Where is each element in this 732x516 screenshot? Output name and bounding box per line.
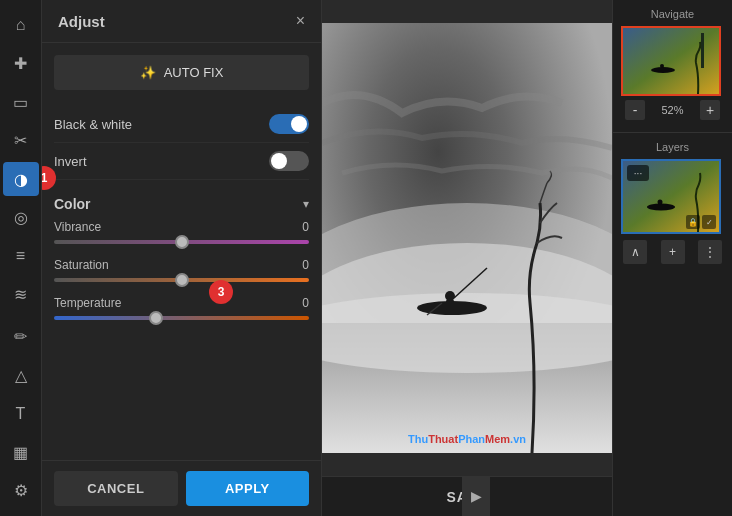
color-section-arrow: ▾ <box>303 197 309 211</box>
black-white-toggle[interactable] <box>269 114 309 134</box>
temperature-header: Temperature 0 <box>54 296 309 310</box>
invert-knob <box>271 153 287 169</box>
saturation-value: 0 <box>302 258 309 272</box>
svg-point-15 <box>658 200 663 205</box>
canvas-area: ThuThuatPhanMem.vn SAVE ▶ <box>322 0 612 516</box>
layer-delete-button[interactable]: ⋮ <box>698 240 722 264</box>
layer-up-button[interactable]: ∧ <box>623 240 647 264</box>
black-white-row: Black & white <box>54 106 309 143</box>
black-white-label: Black & white <box>54 117 132 132</box>
toolbar-grid[interactable]: ▦ <box>3 435 39 469</box>
temperature-value: 0 <box>302 296 309 310</box>
photo-container: ThuThuatPhanMem.vn <box>322 23 612 453</box>
layer-visible-icon: ✓ <box>702 215 716 229</box>
apply-button[interactable]: APPLY <box>186 471 310 506</box>
vibrance-header: Vibrance 0 <box>54 220 309 234</box>
svg-rect-10 <box>623 28 719 94</box>
svg-point-11 <box>651 67 675 73</box>
auto-fix-icon: ✨ <box>140 65 156 80</box>
layers-label: Layers <box>621 141 724 153</box>
toolbar-wave[interactable]: ≋ <box>3 277 39 311</box>
toolbar-add[interactable]: ✚ <box>3 46 39 80</box>
panel-title: Adjust <box>58 13 105 30</box>
watermark-vn: .vn <box>510 433 526 445</box>
toolbar-home[interactable]: ⌂ <box>3 8 39 42</box>
layer-thumbnail[interactable]: ··· 🔒 ✓ <box>621 159 721 234</box>
left-toolbar: ⌂ ✚ ▭ ✂ ◑ ◎ ≡ ≋ ✏ △ T ▦ ⚙ <box>0 0 42 516</box>
navigate-label: Navigate <box>621 8 724 20</box>
saturation-track[interactable] <box>54 278 309 282</box>
temperature-thumb[interactable] <box>149 311 163 325</box>
temperature-label: Temperature <box>54 296 121 310</box>
panel-header: Adjust × <box>42 0 321 43</box>
cancel-button[interactable]: CANCEL <box>54 471 178 506</box>
navigate-thumbnail <box>621 26 721 96</box>
saturation-header: Saturation 0 <box>54 258 309 272</box>
vibrance-thumb[interactable] <box>175 235 189 249</box>
toolbar-brush[interactable]: ✏ <box>3 320 39 354</box>
layers-section: Layers ··· <box>613 133 732 516</box>
navigate-section: Navigate <box>613 0 732 133</box>
photo-svg <box>322 23 612 453</box>
zoom-out-button[interactable]: - <box>625 100 645 120</box>
layer-menu-icon[interactable]: ··· <box>627 165 649 181</box>
saturation-thumb[interactable] <box>175 273 189 287</box>
panel-footer: CANCEL APPLY <box>42 460 321 516</box>
adjust-panel: Adjust × ✨ AUTO FIX 1 2 Black & whi <box>42 0 322 516</box>
vibrance-label: Vibrance <box>54 220 101 234</box>
toolbar-cut[interactable]: ✂ <box>3 123 39 157</box>
layer-add-button[interactable]: + <box>661 240 685 264</box>
invert-row: Invert <box>54 143 309 180</box>
color-section-header[interactable]: Color ▾ <box>54 196 309 212</box>
layer-lock-icon: 🔒 <box>686 215 700 229</box>
layer-controls: ∧ + ⋮ <box>621 234 724 270</box>
toolbar-text[interactable]: T <box>3 397 39 431</box>
panel-body: ✨ AUTO FIX 1 2 Black & white <box>42 43 321 460</box>
color-section-title: Color <box>54 196 91 212</box>
toggle-knob <box>291 116 307 132</box>
watermark-thu: Thu <box>408 433 428 445</box>
toolbar-crop[interactable]: ▭ <box>3 85 39 119</box>
toolbar-effect[interactable]: ◎ <box>3 200 39 234</box>
vibrance-slider-row: Vibrance 0 <box>54 220 309 244</box>
watermark-mem: Mem <box>485 433 510 445</box>
svg-point-12 <box>660 64 664 68</box>
layer-icons-row: 🔒 ✓ <box>686 215 716 229</box>
vibrance-value: 0 <box>302 220 309 234</box>
toolbar-adjust[interactable]: ◑ <box>3 162 39 196</box>
vibrance-track[interactable] <box>54 240 309 244</box>
canvas-image: ThuThuatPhanMem.vn <box>322 0 612 476</box>
invert-toggle[interactable] <box>269 151 309 171</box>
svg-point-6 <box>445 291 455 301</box>
toolbar-filter[interactable]: ≡ <box>3 239 39 273</box>
watermark-thuat: Thuat <box>428 433 458 445</box>
auto-fix-label: AUTO FIX <box>164 65 224 80</box>
panel-close-button[interactable]: × <box>296 12 305 30</box>
temperature-slider-row: Temperature 0 <box>54 296 309 320</box>
toolbar-settings[interactable]: ⚙ <box>3 474 39 508</box>
zoom-row: - 52% + <box>621 96 724 124</box>
expand-panel-button[interactable]: ▶ <box>462 476 490 516</box>
main-content: Adjust × ✨ AUTO FIX 1 2 Black & whi <box>42 0 732 516</box>
invert-label: Invert <box>54 154 87 169</box>
saturation-slider-row: Saturation 0 3 <box>54 258 309 282</box>
watermark: ThuThuatPhanMem.vn <box>408 433 526 445</box>
zoom-in-button[interactable]: + <box>700 100 720 120</box>
watermark-phan: Phan <box>458 433 485 445</box>
saturation-label: Saturation <box>54 258 109 272</box>
svg-point-14 <box>647 204 675 211</box>
svg-rect-8 <box>446 300 454 310</box>
zoom-value: 52% <box>661 104 683 116</box>
right-panel: Navigate <box>612 0 732 516</box>
auto-fix-button[interactable]: ✨ AUTO FIX <box>54 55 309 90</box>
toolbar-shape[interactable]: △ <box>3 358 39 392</box>
temperature-track[interactable] <box>54 316 309 320</box>
annotation-badge-3: 3 <box>209 280 233 304</box>
